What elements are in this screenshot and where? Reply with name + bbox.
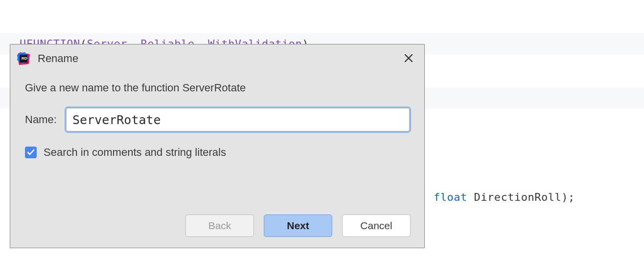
dialog-titlebar: RD Rename — [10, 44, 424, 70]
rename-dialog: RD Rename Give a new name to the functio… — [10, 44, 425, 248]
search-comments-label: Search in comments and string literals — [44, 146, 226, 159]
next-button[interactable]: Next — [264, 214, 332, 237]
name-label: Name: — [25, 113, 59, 126]
rider-app-icon: RD — [16, 51, 31, 66]
close-icon[interactable] — [402, 52, 415, 65]
rename-input[interactable] — [66, 108, 410, 131]
dialog-instruction: Give a new name to the function ServerRo… — [25, 82, 410, 94]
cancel-button[interactable]: Cancel — [342, 214, 411, 237]
dialog-title: Rename — [38, 52, 402, 65]
dialog-body: Give a new name to the function ServerRo… — [10, 70, 424, 214]
dialog-footer: Back Next Cancel — [10, 214, 424, 248]
back-button: Back — [185, 214, 254, 237]
checkbox-row: Search in comments and string literals — [25, 146, 410, 159]
svg-text:RD: RD — [22, 56, 27, 61]
search-comments-checkbox[interactable] — [25, 147, 37, 158]
name-row: Name: — [25, 108, 410, 131]
